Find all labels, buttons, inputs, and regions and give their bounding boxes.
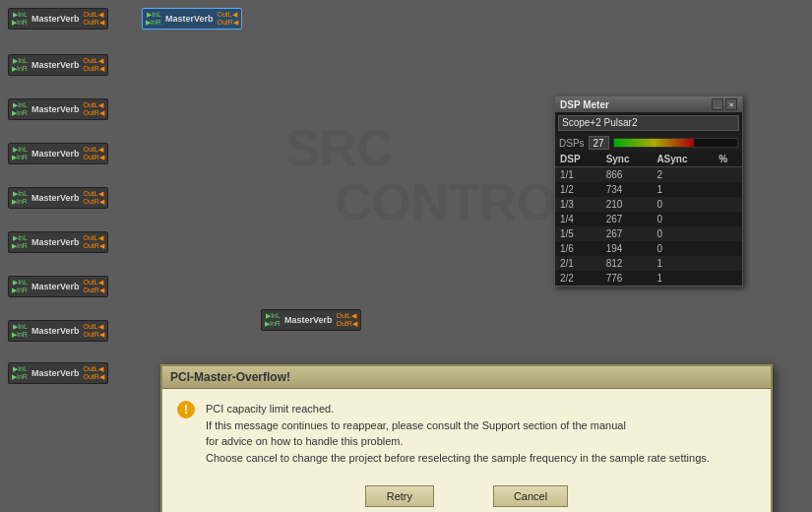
alert-icon: !	[176, 401, 196, 420]
dsp-table-row[interactable]: 2/2 776 1	[555, 271, 742, 286]
plugin-block-p1[interactable]: ▶InL ▶InR MasterVerb OutL◀ OutR◀	[8, 8, 108, 30]
alert-title: PCI-Master-Overflow!	[170, 370, 290, 384]
dsp-meter-bar	[613, 138, 738, 148]
plugin-name: MasterVerb	[30, 282, 82, 291]
port-out-R: OutR◀	[83, 154, 103, 161]
port-in-R: ▶InR	[265, 320, 281, 328]
port-in-R: ▶InR	[12, 109, 28, 117]
dsp-cell-async: 1	[652, 271, 714, 286]
port-in-R: ▶InR	[12, 65, 28, 73]
port-out-L: OutL◀	[83, 279, 102, 287]
dsp-table-row[interactable]: 2/1 812 1	[555, 256, 742, 271]
plugin-name: MasterVerb	[30, 326, 82, 336]
dsp-cell-sync: 267	[601, 212, 653, 226]
port-in-R: ▶InR	[12, 331, 28, 339]
dsp-table-row[interactable]: 1/3 210 0	[555, 197, 742, 212]
port-out-R: OutR◀	[83, 373, 103, 381]
port-in-L: ▶InL	[13, 279, 28, 287]
port-out-L: OutL◀	[217, 11, 236, 19]
dsp-cell-async: 2	[652, 167, 714, 183]
alert-line3: for advice on how to handle this problem…	[206, 433, 757, 450]
col-sync: Sync	[601, 152, 653, 167]
plugin-name: MasterVerb	[30, 193, 82, 203]
port-out-L: OutL◀	[83, 57, 102, 65]
dsp-cell-dsp: 1/4	[555, 212, 601, 226]
dsp-cell-sync: 866	[601, 167, 653, 183]
dsp-meter-minimize-button[interactable]: _	[712, 98, 723, 110]
dsp-cell-sync: 194	[601, 241, 653, 256]
dsps-count: 27	[589, 136, 609, 150]
alert-title-bar: PCI-Master-Overflow!	[162, 366, 771, 389]
plugin-block-p4[interactable]: ▶InL ▶InR MasterVerb OutL◀ OutR◀	[8, 98, 108, 120]
port-in-L: ▶InL	[13, 365, 28, 373]
dsp-table-row[interactable]: 1/6 194 0	[555, 241, 742, 256]
dsp-meter-title-label: DSP Meter	[560, 99, 609, 110]
dsp-cell-pct	[714, 241, 742, 256]
dsp-cell-dsp: 1/3	[555, 197, 601, 212]
dsp-cell-dsp: 1/6	[555, 241, 601, 256]
port-out-R: OutR◀	[83, 19, 103, 27]
plugin-block-p7[interactable]: ▶InL ▶InR MasterVerb OutL◀ OutR◀	[8, 231, 108, 253]
dsp-table-row[interactable]: 1/4 267 0	[555, 212, 742, 226]
port-out-L: OutL◀	[83, 146, 102, 154]
port-in-R: ▶InR	[12, 373, 28, 381]
dsp-selector-dropdown[interactable]: Scope+2 Pulsar2	[558, 115, 739, 131]
dsp-meter-bar-fill	[614, 139, 694, 147]
dsp-table-row[interactable]: 1/2 734 1	[555, 182, 742, 197]
port-out-R: OutR◀	[83, 242, 103, 250]
dsps-label: DSPs	[559, 138, 585, 149]
dsp-cell-async: 1	[652, 256, 714, 271]
col-dsp: DSP	[555, 152, 601, 167]
alert-line1: PCI capacity limit reached.	[206, 401, 757, 417]
dsp-cell-sync: 812	[601, 256, 653, 271]
plugin-block-p9[interactable]: ▶InL ▶InR MasterVerb OutL◀ OutR◀	[8, 320, 108, 342]
dsp-meter-close-button[interactable]: ×	[725, 98, 737, 110]
dsp-cell-pct	[714, 271, 742, 286]
dsp-cell-pct	[714, 197, 742, 212]
alert-body: ! PCI capacity limit reached. If this me…	[162, 389, 771, 478]
plugin-block-p2[interactable]: ▶InL ▶InR MasterVerb OutL◀ OutR◀	[142, 8, 242, 30]
port-out-L: OutL◀	[83, 190, 102, 198]
port-in-L: ▶InL	[13, 323, 28, 331]
dsp-cell-dsp: 2/1	[555, 256, 601, 271]
col-pct: %	[714, 152, 742, 167]
dsp-cell-async: 0	[652, 197, 714, 212]
dsp-cell-sync: 210	[601, 197, 653, 212]
port-in-R: ▶InR	[12, 154, 28, 161]
plugin-block-p3[interactable]: ▶InL ▶InR MasterVerb OutL◀ OutR◀	[8, 54, 108, 76]
dsp-cell-dsp: 2/2	[555, 271, 601, 286]
col-async: ASync	[652, 152, 714, 167]
port-in-L: ▶InL	[13, 57, 28, 65]
plugin-block-p6[interactable]: ▶InL ▶InR MasterVerb OutL◀ OutR◀	[8, 187, 108, 209]
port-in-L: ▶InL	[13, 146, 28, 154]
port-in-R: ▶InR	[146, 19, 161, 27]
port-out-L: OutL◀	[83, 11, 102, 19]
plugin-name: MasterVerb	[30, 237, 82, 247]
port-out-R: OutR◀	[83, 287, 103, 294]
port-out-R: OutR◀	[83, 198, 103, 206]
port-out-L: OutL◀	[83, 101, 102, 109]
dsp-cell-dsp: 1/1	[555, 167, 601, 183]
port-out-R: OutR◀	[83, 109, 103, 117]
port-out-L: OutL◀	[336, 312, 355, 320]
plugin-block-p10[interactable]: ▶InL ▶InR MasterVerb OutL◀ OutR◀	[8, 362, 108, 384]
dsp-cell-dsp: 1/2	[555, 182, 601, 197]
port-out-L: OutL◀	[83, 234, 102, 242]
plugin-block-p8[interactable]: ▶InL ▶InR MasterVerb OutL◀ OutR◀	[8, 276, 108, 297]
dsp-table-row[interactable]: 1/1 866 2	[555, 167, 742, 183]
dsp-meter-title-bar[interactable]: DSP Meter _ ×	[555, 96, 742, 112]
plugin-block-p5[interactable]: ▶InL ▶InR MasterVerb OutL◀ OutR◀	[8, 143, 108, 164]
port-in-L: ▶InL	[13, 11, 28, 19]
cancel-button[interactable]: Cancel	[493, 485, 568, 507]
plugin-name: MasterVerb	[30, 14, 82, 24]
plugin-name: MasterVerb	[30, 104, 82, 114]
plugin-block-p11[interactable]: ▶InL ▶InR MasterVerb OutL◀ OutR◀	[261, 309, 361, 331]
dsp-cell-dsp: 1/5	[555, 226, 601, 241]
retry-button[interactable]: Retry	[365, 485, 434, 507]
alert-warning-icon: !	[177, 401, 195, 418]
dsp-table-scroll[interactable]: DSP Sync ASync % 1/1 866 2 1/2 734 1 1/3…	[555, 152, 742, 286]
port-in-L: ▶InL	[266, 312, 281, 320]
dsp-cell-async: 1	[652, 182, 714, 197]
dsp-table-header: DSP Sync ASync %	[555, 152, 742, 167]
dsp-table-row[interactable]: 1/5 267 0	[555, 226, 742, 241]
